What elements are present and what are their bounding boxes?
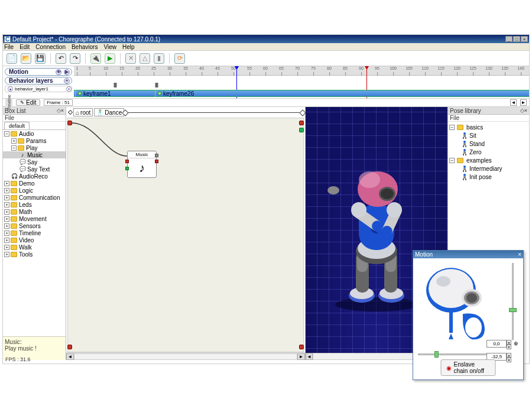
motion-dialog-close[interactable]: ×: [518, 251, 521, 258]
pose-folder-examples[interactable]: −examples: [449, 156, 528, 164]
tree-node-play[interactable]: −Play: [3, 144, 66, 151]
keyframe-marker[interactable]: [114, 83, 117, 87]
vslider-thumb[interactable]: [509, 308, 517, 312]
scrollbar-track[interactable]: [74, 353, 297, 360]
motion-play-toggle[interactable]: ▶: [64, 69, 70, 75]
tree-node-sensors[interactable]: +Sensors: [3, 222, 66, 229]
tree-node-walk[interactable]: +Walk: [3, 244, 66, 251]
pose-init pose[interactable]: Init pose: [449, 173, 528, 181]
pose-sit[interactable]: Sit: [449, 131, 528, 140]
tree-leaf-saytext[interactable]: 💬Say Text: [3, 166, 66, 173]
tree-node-movement[interactable]: +Movement: [3, 215, 66, 222]
tree-leaf-say[interactable]: 💬Say: [3, 158, 66, 166]
timeline-scroll-left[interactable]: ◄: [510, 99, 517, 106]
menu-behaviors[interactable]: Behaviors: [72, 44, 98, 50]
view3d-scroll-left[interactable]: ◄: [306, 353, 313, 360]
new-project-button[interactable]: 📄: [7, 53, 17, 64]
pose-zero[interactable]: Zero: [449, 148, 528, 156]
ruler-tick: 130: [485, 66, 492, 70]
crumb-dance[interactable]: 🕺Dance: [94, 108, 124, 116]
box-input-port-2[interactable]: [125, 167, 129, 170]
box-list-close[interactable]: ×: [61, 108, 64, 113]
motion-visibility-toggle[interactable]: 👁: [56, 69, 61, 75]
warning-button[interactable]: △: [140, 53, 150, 64]
redo-button[interactable]: ↷: [70, 53, 80, 64]
ruler-tick: 110: [421, 66, 429, 70]
scroll-left-button[interactable]: ◄: [66, 353, 74, 360]
tree-node-params[interactable]: +Params: [3, 137, 66, 144]
box-list-file-menu[interactable]: File: [5, 115, 14, 121]
save-project-button[interactable]: 💾: [35, 53, 46, 64]
keyframe-item[interactable]: keyframe26: [155, 90, 196, 97]
tree-node-video[interactable]: +Video: [3, 236, 66, 244]
window-titlebar: C Default Project* - Choregraphe (Connec…: [3, 35, 529, 43]
menu-view[interactable]: View: [103, 44, 116, 50]
tree-node-logic[interactable]: +Logic: [3, 187, 66, 194]
music-box[interactable]: Music ♪: [127, 151, 157, 178]
stop-button[interactable]: ✕: [125, 53, 136, 64]
timeline-ruler-area[interactable]: 1510152025303540455055606570758085909510…: [74, 66, 529, 98]
enslave-chain-button[interactable]: ◉Enslave chain on/off: [441, 359, 496, 376]
tree-node-communication[interactable]: +Communication: [3, 194, 66, 201]
timeline-scroll-right[interactable]: ►: [520, 99, 527, 106]
vertical-slider[interactable]: [507, 263, 520, 352]
canvas-stopped-port[interactable]: [299, 345, 304, 349]
close-window-button[interactable]: ×: [521, 36, 528, 42]
hslider-spinner[interactable]: ▲▼: [507, 353, 511, 361]
canvas-output-port-2[interactable]: [299, 128, 304, 132]
layer-delete-button[interactable]: ×: [66, 86, 72, 92]
layer-enable-toggle[interactable]: ●: [8, 86, 13, 92]
tree-leaf-music[interactable]: ♪Music: [3, 151, 66, 158]
pose-stand[interactable]: Stand: [449, 140, 528, 148]
box-list-tab-default[interactable]: default: [4, 122, 30, 129]
tree-node-tools[interactable]: +Tools: [3, 251, 66, 258]
horizontal-slider[interactable]: [418, 351, 494, 358]
keyframe-item[interactable]: keyframe1: [75, 90, 113, 97]
svg-point-37: [463, 166, 466, 168]
tree-node-leds[interactable]: +Leds: [3, 201, 66, 208]
tree-node-timeline[interactable]: +Timeline: [3, 229, 66, 236]
upload-button[interactable]: ⟳: [174, 53, 185, 64]
canvas-output-port[interactable]: [299, 121, 304, 125]
menu-edit[interactable]: Edit: [20, 44, 30, 50]
timeline-ruler[interactable]: 1510152025303540455055606570758085909510…: [74, 66, 529, 76]
crumb-root[interactable]: ⌂root: [73, 108, 93, 116]
play-button[interactable]: ▶: [105, 53, 115, 64]
maximize-button[interactable]: □: [513, 36, 520, 42]
keyframe-marker[interactable]: [155, 83, 158, 87]
add-layer-button[interactable]: +: [64, 78, 70, 84]
motion-track-header[interactable]: Motion 👁 ▶: [5, 68, 72, 76]
tree-leaf-audioreco[interactable]: 🎧AudioReco: [3, 173, 66, 180]
behavior-layers-header[interactable]: Behavior layers +: [5, 77, 72, 85]
box-input-port[interactable]: [125, 160, 129, 163]
behavior-layer-row[interactable]: ● behavior_layer1 ×: [5, 86, 72, 92]
menu-file[interactable]: File: [4, 44, 14, 50]
svg-rect-34: [463, 151, 466, 154]
flow-canvas[interactable]: Music ♪: [67, 118, 304, 352]
tree-node-audio[interactable]: −Audio: [3, 130, 66, 137]
menu-connection[interactable]: Connection: [35, 44, 66, 50]
pose-lib-file-menu[interactable]: File: [450, 115, 459, 121]
keyframe-track[interactable]: [74, 90, 529, 97]
box-param-port[interactable]: [155, 154, 158, 157]
box-list-undock[interactable]: ◇: [57, 108, 61, 113]
menu-help[interactable]: Help: [122, 44, 135, 50]
undo-button[interactable]: ↶: [56, 53, 66, 64]
pose-lib-undock[interactable]: ◇: [520, 108, 524, 113]
tree-node-demo[interactable]: +Demo: [3, 180, 66, 187]
hslider-thumb[interactable]: [434, 351, 439, 358]
edit-timeline-button[interactable]: ✎ Edit: [16, 99, 40, 106]
motion-dialog[interactable]: Motion× 0,0 ▲▼ ⊕ -32,5 ▲▼ ◉Enslave chain…: [413, 250, 524, 380]
box-output-port[interactable]: [155, 160, 158, 163]
scroll-right-button[interactable]: ►: [297, 353, 305, 360]
vslider-value[interactable]: 0,0: [486, 340, 507, 348]
connect-button[interactable]: 🔌: [90, 53, 101, 64]
open-project-button[interactable]: 📂: [21, 53, 31, 64]
pose-lib-close[interactable]: ×: [524, 108, 527, 113]
tree-node-math[interactable]: +Math: [3, 208, 66, 215]
canvas-stop-port[interactable]: [67, 345, 72, 349]
pose-folder-basics[interactable]: −basics: [449, 123, 528, 131]
vslider-spinner[interactable]: ▲▼: [507, 340, 511, 348]
minimize-button[interactable]: _: [505, 36, 512, 42]
pose-intermediary[interactable]: Intermediary: [449, 164, 528, 173]
